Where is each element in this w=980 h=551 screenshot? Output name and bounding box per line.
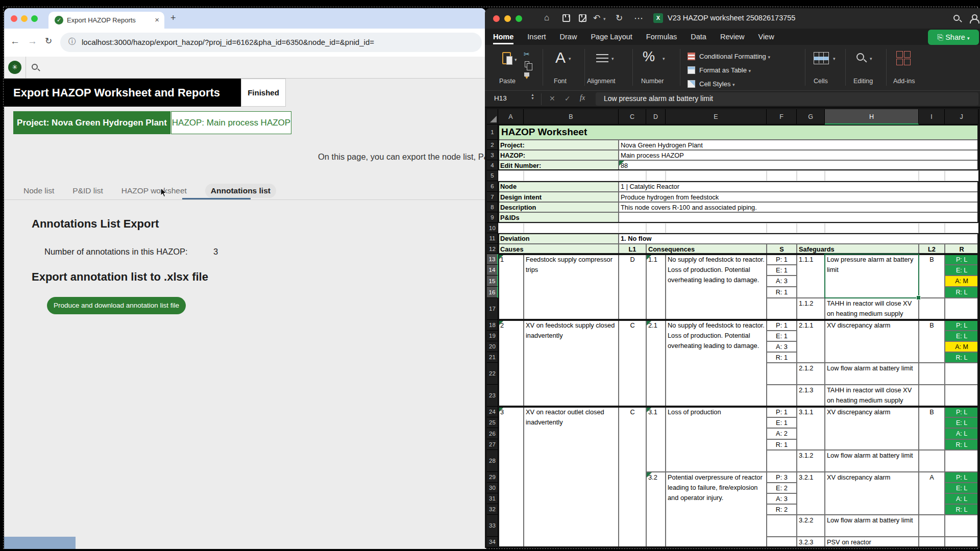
row-header-10[interactable]: 10 [487, 223, 498, 233]
row-header-27[interactable]: 27 [487, 439, 498, 450]
row-header-33[interactable]: 33 [487, 515, 498, 537]
sheet-cell-A3:B3[interactable]: HAZOP: [498, 150, 619, 160]
sheet-cell-A4:B4[interactable]: Edit Number: [498, 160, 619, 170]
minimize-window-button[interactable] [21, 15, 28, 22]
sheet-cell-G34[interactable]: 3.2.3 [797, 537, 825, 547]
row-header-18[interactable]: 18 [487, 320, 498, 331]
sheet-cell-F20[interactable]: A: 3 [767, 341, 797, 352]
sheet-cell-J17[interactable] [945, 298, 978, 320]
sheet-cell-F24[interactable]: P: 1 [767, 407, 797, 417]
enter-icon[interactable]: ✓ [565, 94, 571, 103]
sheet-cell-J12[interactable]: R [945, 244, 978, 254]
sheet-cell-C4:J4[interactable]: 88 [619, 160, 978, 170]
sheet-cell-A7:B7[interactable]: Design intent [498, 192, 619, 202]
sheet-cell-J19[interactable]: E: L [945, 331, 978, 341]
site-info-icon[interactable]: ⓘ [68, 37, 76, 46]
column-header-A[interactable]: A [498, 109, 524, 124]
sheet-cell-J14[interactable]: E: L [945, 265, 978, 276]
undo-icon[interactable]: ↶ [593, 13, 600, 23]
undo-chevron-icon[interactable]: ▾ [603, 16, 606, 21]
sheet-cell-F34[interactable] [767, 537, 797, 547]
row-header-14[interactable]: 14 [487, 265, 498, 276]
empty-cell[interactable] [619, 223, 646, 233]
sheet-cell-F12[interactable]: S [767, 244, 797, 254]
column-header-I[interactable]: I [919, 109, 945, 124]
sheet-cell-F29[interactable]: P: 3 [767, 472, 797, 483]
column-header-H[interactable]: H [825, 109, 919, 124]
column-header-D[interactable]: D [646, 109, 666, 124]
column-header-J[interactable]: J [945, 109, 978, 124]
row-header-21[interactable]: 21 [487, 352, 498, 363]
sheet-cell-J34[interactable] [945, 537, 978, 547]
search-icon[interactable] [32, 64, 38, 70]
empty-cell[interactable] [825, 170, 919, 181]
alignment-label[interactable]: Alignment [587, 78, 616, 85]
font-label[interactable]: Font [554, 78, 567, 85]
sheet-cell-H28[interactable]: Low flow alarm at battery limit [825, 450, 919, 472]
sheet-cell-J24[interactable]: P: L [945, 407, 978, 417]
hazop-chip[interactable]: HAZOP: Main process HAZOP [171, 111, 291, 134]
address-bar[interactable]: ⓘ localhost:3000/hazop/export_hazop/?pro… [60, 33, 482, 52]
empty-cell[interactable] [945, 223, 978, 233]
row-header-1[interactable]: 1 [487, 124, 498, 140]
zoom-window-button[interactable] [516, 15, 522, 22]
browser-tab[interactable]: ✓ Export HAZOP Reports × [48, 12, 164, 29]
row-header-17[interactable]: 17 [487, 298, 498, 320]
sheet-cell-A24:A34[interactable]: 3 [498, 407, 524, 547]
ribbon-tab-home[interactable]: Home [493, 33, 513, 41]
sheet-cell-B13:B17[interactable]: Feedstock supply compressor trips [524, 254, 619, 320]
empty-cell[interactable] [524, 223, 619, 233]
redo-icon[interactable]: ↻ [616, 13, 623, 23]
sheet-cell-C12[interactable]: L1 [619, 244, 646, 254]
sheet-cell-C8:J8[interactable]: This node covers R-100 and associated pi… [619, 202, 978, 212]
sheet-cell-G17[interactable]: 1.1.2 [797, 298, 825, 320]
sheet-cell-H22[interactable]: Low flow alarm at battery limit [825, 363, 919, 385]
sheet-cell-F27[interactable]: R: 1 [767, 439, 797, 450]
sheet-cell-C18:C23[interactable]: C [619, 320, 646, 407]
sheet-cell-D12:E12[interactable]: Consequences [646, 244, 767, 254]
row-header-5[interactable]: 5 [487, 170, 498, 181]
sheet-cell-C7:J7[interactable]: Produce hydrogen from feedstock [619, 192, 978, 202]
sheet-cell-I12[interactable]: L2 [919, 244, 945, 254]
empty-cell[interactable] [797, 170, 825, 181]
sheet-cell-C11:J11[interactable]: 1. No flow [619, 233, 978, 244]
download-annotation-list-button[interactable]: Produce and download annotation list fil… [47, 297, 186, 314]
empty-cell[interactable] [666, 223, 767, 233]
empty-cell[interactable] [825, 223, 919, 233]
empty-cell[interactable] [767, 223, 797, 233]
column-header-F[interactable]: F [767, 109, 797, 124]
sheet-cell-I34[interactable] [919, 537, 945, 547]
row-header-31[interactable]: 31 [487, 493, 498, 504]
row-header-22[interactable]: 22 [487, 363, 498, 385]
alignment-chevron-icon[interactable]: ▾ [611, 56, 614, 61]
sheet-cell-J20[interactable]: A: M [945, 341, 978, 352]
row-header-4[interactable]: 4 [487, 160, 498, 170]
account-icon[interactable] [970, 14, 978, 22]
tab-hazop-worksheet[interactable]: HAZOP worksheet [121, 186, 187, 195]
sheet-cell-C9:J9[interactable] [619, 212, 978, 223]
sheet-cell-H24:H27[interactable]: XV discrepancy alarm [825, 407, 919, 450]
row-header-6[interactable]: 6 [487, 181, 498, 192]
row-header-16[interactable]: 16 [487, 287, 498, 298]
sheet-cell-D24:D28[interactable]: 3.1 [646, 407, 666, 472]
sheet-cell-H23[interactable]: TAHH in reactor will close XV on heating… [825, 385, 919, 407]
sheet-cell-H17[interactable]: TAHH in reactor will close XV on heating… [825, 298, 919, 320]
sheet-cell-F18[interactable]: P: 1 [767, 320, 797, 331]
row-header-34[interactable]: 34 [487, 537, 498, 547]
sheet-cell-I22[interactable] [919, 363, 945, 385]
number-icon[interactable]: % [643, 49, 655, 65]
empty-cell[interactable] [646, 223, 666, 233]
ribbon-tab-page-layout[interactable]: Page Layout [591, 33, 632, 41]
sheet-cell-F32[interactable]: R: 2 [767, 504, 797, 515]
insert-function-icon[interactable]: fx [580, 94, 585, 102]
column-header-G[interactable]: G [797, 109, 825, 124]
row-header-8[interactable]: 8 [487, 202, 498, 212]
editing-icon[interactable] [856, 53, 864, 61]
sheet-cell-H13:H16[interactable]: Low pressure alarm at battery limit [825, 254, 919, 298]
share-button[interactable]: ⎘ Share ▾ [928, 30, 979, 45]
sheet-cell-F28[interactable] [767, 450, 797, 472]
ribbon-tab-data[interactable]: Data [691, 33, 706, 41]
sheet-cell-J16[interactable]: R: L [945, 287, 978, 298]
add-ins-icon[interactable] [896, 51, 911, 65]
ribbon-tab-insert[interactable]: Insert [527, 33, 546, 41]
